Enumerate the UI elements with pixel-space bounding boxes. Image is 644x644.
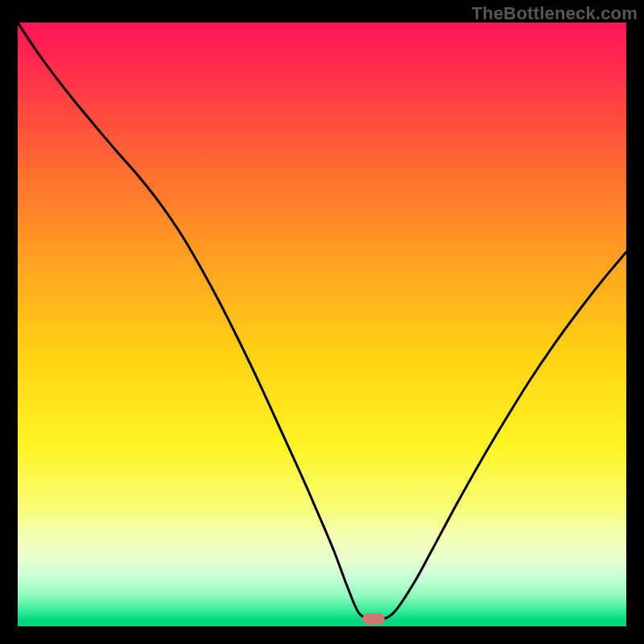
- optimal-point-marker: [362, 613, 385, 625]
- bottleneck-curve: [18, 23, 626, 626]
- plot-area: [18, 23, 626, 626]
- chart-frame: TheBottleneck.com: [0, 0, 644, 644]
- watermark-text: TheBottleneck.com: [472, 3, 638, 24]
